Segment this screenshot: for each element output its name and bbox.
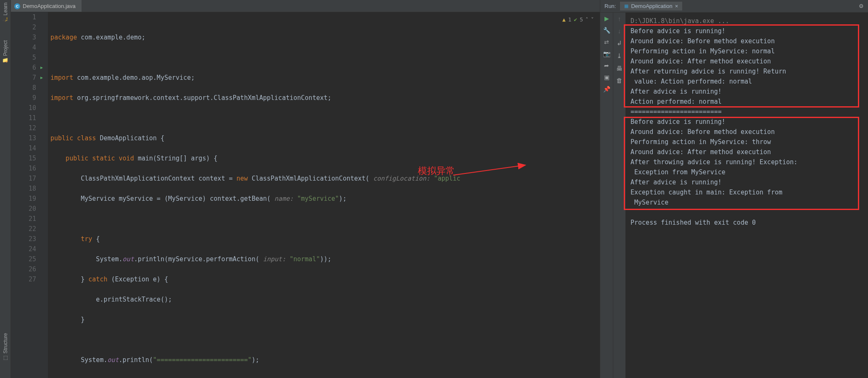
line-number: 11 — [21, 113, 36, 123]
line-number: 21 — [21, 214, 36, 224]
chevron-down-icon[interactable]: ˅ — [591, 15, 594, 25]
line-number: 6 — [21, 63, 36, 73]
editor-tab-bar: C DemoApplication.java — [11, 0, 600, 12]
run-gutter-icon[interactable]: ▶ — [40, 63, 43, 73]
close-icon[interactable]: × — [675, 3, 678, 9]
line-number: 18 — [21, 184, 36, 194]
scroll-end-icon[interactable]: ⤓ — [617, 52, 622, 60]
print-icon[interactable]: 🖶 — [616, 65, 623, 72]
line-number: 12 — [21, 123, 36, 133]
filter-icon[interactable]: ⇄ — [604, 39, 609, 45]
layout-icon[interactable]: ▣ — [604, 74, 609, 81]
line-number: 15 — [21, 153, 36, 163]
editor-tab-label: DemoApplication.java — [23, 3, 76, 9]
console-line: ======================== — [631, 107, 863, 117]
line-number: 8 — [21, 83, 36, 93]
soft-wrap-icon[interactable]: ↲ — [617, 39, 622, 47]
chevron-up-icon[interactable]: ˄ — [586, 15, 588, 25]
sidebar-learn[interactable]: 🎓Learn — [3, 3, 8, 24]
camera-icon[interactable]: 📷 — [603, 50, 610, 57]
line-number: 20 — [21, 204, 36, 214]
down-arrow-icon[interactable]: ↓ — [618, 27, 621, 34]
editor-column: C DemoApplication.java 1 2 3 4 5 6 7 8 9… — [11, 0, 600, 378]
line-number: 25 — [21, 254, 36, 264]
line-number: 24 — [21, 244, 36, 254]
sidebar-structure[interactable]: ⬚Structure — [3, 333, 8, 361]
console-output[interactable]: D:\JDK1.8\bin\java.exe ... Before advice… — [625, 13, 868, 378]
highlight-box-1 — [624, 24, 859, 108]
line-number: 2 — [21, 22, 36, 32]
check-icon: ✔ — [574, 15, 577, 25]
run-tab-bar: Run: ▦ DemoApplication × ⚙ — [600, 0, 868, 13]
left-tool-strip: 🎓Learn 📁Project ⬚Structure — [0, 0, 11, 378]
warning-icon: ▲ — [562, 15, 566, 25]
annotation-label: 模拟异常 — [418, 166, 455, 176]
highlight-box-2 — [624, 117, 859, 210]
gutter-spacer — [11, 12, 21, 378]
line-number: 23 — [21, 234, 36, 244]
run-toolbar-left: ▶ 🔧 ⇄ 📷 ➦ ▣ 📌 — [600, 13, 613, 378]
line-number: 4 — [21, 42, 36, 52]
export-icon[interactable]: ➦ — [604, 62, 609, 69]
line-number: 7 — [21, 73, 36, 83]
run-config-icon: ▦ — [624, 3, 628, 9]
inspection-status[interactable]: ▲1 ✔5 ˄ ˅ — [562, 15, 594, 25]
line-number: 10 — [21, 103, 36, 113]
line-number: 3 — [21, 32, 36, 42]
line-number: 13 — [21, 133, 36, 143]
code-editor[interactable]: 1 2 3 4 5 6 7 8 9 10 11 12 13 14 15 16 1… — [11, 12, 600, 378]
line-number: 16 — [21, 163, 36, 173]
run-label: Run: — [604, 3, 616, 9]
code-area[interactable]: ▲1 ✔5 ˄ ˅ package com.example.demo; impo… — [48, 12, 600, 378]
java-class-icon: C — [14, 3, 20, 9]
pin-icon[interactable]: 📌 — [603, 86, 610, 92]
console-line: Process finished with exit code 0 — [631, 218, 863, 228]
sidebar-project[interactable]: 📁Project — [3, 40, 8, 64]
gutter-marks: ▶ ▶ — [40, 12, 48, 378]
line-number: 19 — [21, 194, 36, 204]
line-number: 26 — [21, 264, 36, 274]
line-number: 17 — [21, 173, 36, 184]
line-number-gutter: 1 2 3 4 5 6 7 8 9 10 11 12 13 14 15 16 1… — [21, 12, 40, 378]
line-number: 5 — [21, 52, 36, 63]
run-config-tab[interactable]: ▦ DemoApplication × — [620, 2, 682, 10]
line-number: 1 — [21, 12, 36, 22]
trash-icon[interactable]: 🗑 — [616, 77, 623, 84]
editor-tab[interactable]: C DemoApplication.java — [11, 0, 82, 12]
gear-icon[interactable]: ⚙ — [859, 3, 864, 9]
line-number: 9 — [21, 93, 36, 103]
wrench-icon[interactable]: 🔧 — [603, 27, 610, 34]
line-number: 22 — [21, 224, 36, 234]
line-number: 14 — [21, 143, 36, 153]
run-panel: Run: ▦ DemoApplication × ⚙ ▶ 🔧 ⇄ 📷 ➦ ▣ 📌… — [600, 0, 868, 378]
line-number: 27 — [21, 274, 36, 284]
up-arrow-icon[interactable]: ↑ — [618, 15, 621, 22]
rerun-icon[interactable]: ▶ — [604, 15, 609, 22]
run-gutter-icon[interactable]: ▶ — [40, 73, 43, 83]
